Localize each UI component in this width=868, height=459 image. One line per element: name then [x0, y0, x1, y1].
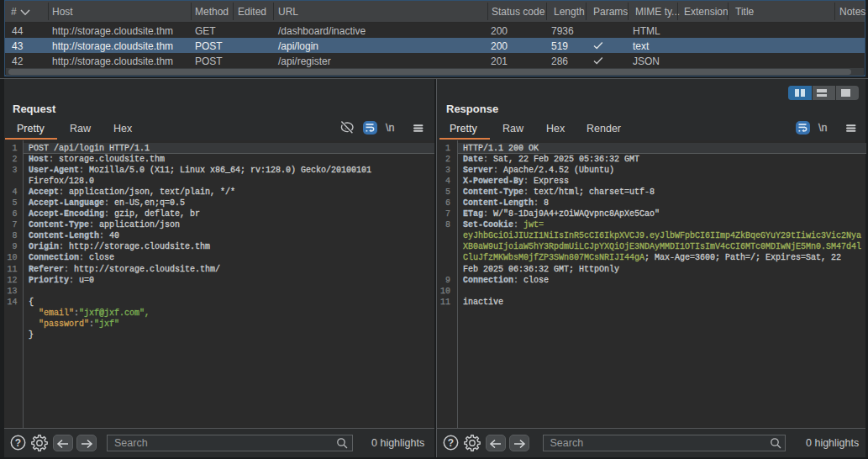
svg-text:?: ? — [14, 437, 20, 449]
svg-text:?: ? — [447, 437, 453, 449]
